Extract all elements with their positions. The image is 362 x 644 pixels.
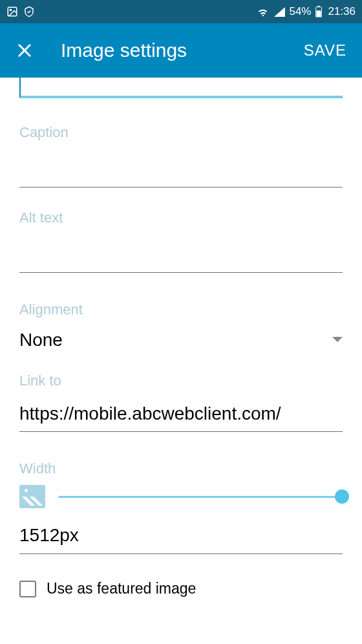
width-slider[interactable]	[58, 496, 343, 498]
link-to-input[interactable]	[19, 397, 343, 432]
app-bar: Image settings SAVE	[0, 23, 362, 78]
featured-image-row[interactable]: Use as featured image	[19, 580, 343, 597]
caption-label: Caption	[19, 124, 343, 141]
svg-rect-4	[317, 10, 321, 17]
svg-rect-3	[318, 6, 321, 7]
clock-text: 21:36	[328, 5, 356, 18]
svg-point-1	[10, 9, 11, 10]
alignment-value: None	[19, 330, 63, 350]
slider-thumb[interactable]	[335, 489, 349, 504]
alignment-label: Alignment	[19, 301, 343, 318]
battery-icon	[315, 6, 323, 17]
link-to-label: Link to	[19, 372, 343, 389]
save-button[interactable]: SAVE	[304, 41, 346, 59]
battery-percent: 54%	[289, 5, 311, 18]
shield-icon	[23, 6, 35, 17]
caption-input[interactable]	[19, 149, 343, 188]
wifi-icon	[257, 6, 270, 17]
content-area: Caption Alt text Alignment None Link to …	[0, 78, 362, 597]
alt-text-label: Alt text	[19, 209, 343, 226]
title-field-underline[interactable]	[19, 78, 343, 98]
image-thumbnail-icon	[19, 485, 45, 508]
signal-icon	[273, 6, 285, 17]
featured-checkbox[interactable]	[19, 581, 36, 597]
featured-label: Use as featured image	[47, 580, 196, 597]
close-button[interactable]	[16, 41, 34, 59]
status-bar: 54% 21:36	[0, 0, 362, 23]
width-value[interactable]: 1512px	[19, 513, 343, 554]
width-label: Width	[19, 460, 343, 477]
alt-text-input[interactable]	[19, 234, 343, 273]
page-title: Image settings	[61, 39, 304, 61]
alignment-dropdown[interactable]: None	[19, 326, 343, 350]
chevron-down-icon	[332, 334, 343, 346]
image-icon	[6, 6, 18, 17]
